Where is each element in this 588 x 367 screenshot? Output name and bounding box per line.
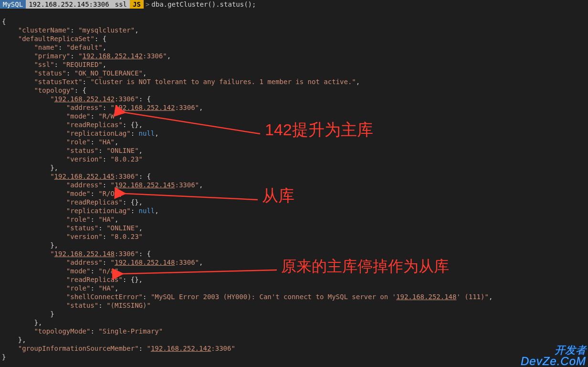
shell-prompt-bar: MySQL 192.168.252.145:3306 ssl JS > dba.… [0,0,588,9]
badge-mysql: MySQL [0,0,26,9]
badge-language-js: JS [130,0,144,9]
json-output: { "clusterName": "mysqlcluster", "defaul… [0,9,588,361]
badge-ssl: ssl [112,0,130,9]
prompt-caret: > [144,0,151,9]
shell-command[interactable]: dba.getCluster().status(); [151,0,256,9]
badge-host: 192.168.252.145:3306 [26,0,112,9]
